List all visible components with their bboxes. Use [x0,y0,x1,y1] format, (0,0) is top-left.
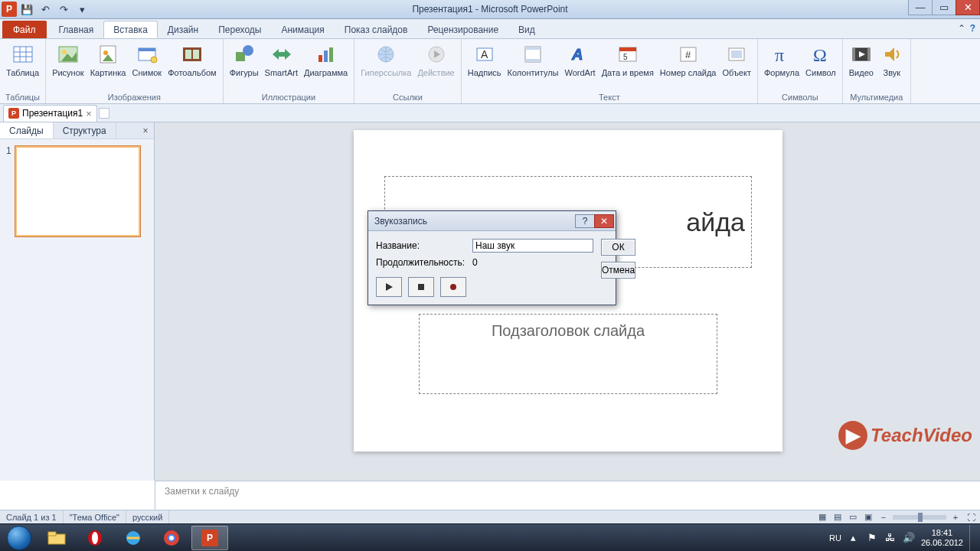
zoom-in-button[interactable]: + [949,512,962,523]
slides-panel: Слайды Структура × 1 [0,122,155,481]
symbol-button[interactable]: ΩСимвол [802,41,839,80]
chrome-taskbar-button[interactable] [153,526,190,550]
dialog-help-button[interactable]: ? [575,214,595,228]
record-button[interactable] [440,277,466,297]
sound-record-dialog: Звукозапись ? ✕ Название: Продолжительно… [368,210,616,305]
svg-point-48 [450,284,456,290]
tab-Вставка[interactable]: Вставка [103,21,158,38]
stop-button[interactable] [408,277,434,297]
qat-more-button[interactable]: ▾ [74,2,90,17]
duration-value: 0 [472,257,478,268]
headerfooter-button[interactable]: Колонтитулы [505,41,562,80]
help-button[interactable]: ? [970,23,975,34]
tray-chevron-icon[interactable]: ▴ [848,532,860,544]
album-button[interactable]: Фотоальбом [165,41,220,80]
ribbon-group-Символы: πФормулаΩСимволСимволы [758,39,843,103]
svg-rect-29 [525,47,541,50]
picture-button[interactable]: Рисунок [49,41,87,80]
ribbon-button-label: Фотоальбом [168,68,217,78]
close-document-icon[interactable]: × [86,108,92,119]
chart-button[interactable]: Диаграмма [301,41,351,80]
redo-button[interactable]: ↷ [55,2,72,17]
equation-button[interactable]: πФормула [761,41,802,80]
tab-Главная[interactable]: Главная [49,21,104,38]
svg-text:A: A [481,48,488,60]
volume-icon[interactable]: 🔊 [903,532,915,544]
table-button[interactable]: Таблица [3,41,42,80]
svg-point-6 [62,50,67,54]
save-button[interactable]: 💾 [18,2,35,17]
minimize-button[interactable]: — [908,0,933,15]
play-button[interactable] [376,277,402,297]
tab-Дизайн[interactable]: Дизайн [158,21,208,38]
sorter-view-button[interactable]: ▤ [831,512,844,523]
ok-button[interactable]: ОК [601,239,635,256]
ie-taskbar-button[interactable] [115,526,152,550]
outline-tab[interactable]: Структура [54,122,116,139]
slides-tab[interactable]: Слайды [0,122,54,139]
tab-Показ слайдов[interactable]: Показ слайдов [335,21,418,38]
name-input[interactable] [472,239,593,253]
slidenum-button[interactable]: #Номер слайда [657,41,720,80]
taskbar: P RU ▴ ⚑ 🖧 🔊 18:4126.06.2012 [0,523,980,551]
tab-Вид[interactable]: Вид [508,21,545,38]
ribbon-button-label: Рисунок [52,68,84,78]
ribbon-group-label: Мультимедиа [850,93,903,103]
normal-view-button[interactable]: ▦ [816,512,828,523]
action-center-icon[interactable]: ⚑ [866,532,878,544]
powerpoint-taskbar-button[interactable]: P [191,526,228,550]
smartart-button[interactable]: SmartArt [262,41,301,80]
network-icon[interactable]: 🖧 [884,532,897,544]
ribbon-minimize-button[interactable]: ⌃ [958,23,965,34]
ribbon-group-Текст: AНадписьКолонтитулыAWordArt5Дата и время… [462,39,758,103]
hyperlink-icon [374,42,398,67]
svg-rect-0 [14,47,32,62]
tab-Анимация[interactable]: Анимация [271,21,334,38]
file-tab[interactable]: Файл [2,21,47,38]
video-button[interactable]: Видео [846,41,877,80]
svg-marker-45 [885,47,894,61]
tab-Переходы[interactable]: Переходы [208,21,271,38]
zoom-out-button[interactable]: − [877,512,890,523]
shapes-button[interactable]: Фигуры [227,41,262,80]
tab-Рецензирование[interactable]: Рецензирование [417,21,508,38]
reading-view-button[interactable]: ▭ [847,512,859,523]
notes-pane[interactable]: Заметки к слайду [155,481,980,510]
show-desktop-button[interactable] [969,525,975,551]
ribbon-group-label: Изображения [108,93,161,103]
maximize-button[interactable]: ▭ [932,0,956,15]
object-button[interactable]: Объект [720,41,754,80]
dialog-close-button[interactable]: ✕ [594,214,614,228]
slideshow-button[interactable]: ▣ [862,512,874,523]
subtitle-placeholder[interactable]: Подзаголовок слайда [419,314,717,394]
clip-button[interactable]: Картинка [87,41,129,80]
system-tray: RU ▴ ⚑ 🖧 🔊 18:4126.06.2012 [829,525,980,551]
svg-marker-19 [273,49,291,60]
textbox-button[interactable]: AНадпись [465,41,505,80]
close-panel-icon[interactable]: × [137,122,154,139]
object-icon [724,42,749,67]
window-title: Презентация1 - Microsoft PowerPoint [412,4,567,15]
screenshot-button[interactable]: Снимок [129,41,165,80]
wordart-button[interactable]: AWordArt [562,41,599,80]
input-language[interactable]: RU [829,533,841,543]
clock[interactable]: 18:4126.06.2012 [921,528,963,547]
dialog-title-bar[interactable]: Звукозапись ? ✕ [368,211,616,231]
audio-button[interactable]: Звук [877,41,907,80]
svg-rect-44 [867,48,870,60]
ribbon-group-Мультимедиа: ВидеоЗвукМультимедиа [843,39,911,103]
language-indicator[interactable]: русский [126,510,169,523]
zoom-slider[interactable] [893,515,946,520]
fit-button[interactable]: ⛶ [965,512,977,523]
datetime-button[interactable]: 5Дата и время [599,41,657,80]
document-tab[interactable]: P Презентация1 × [3,105,97,122]
ribbon-group-label: Таблицы [5,93,40,103]
undo-button[interactable]: ↶ [37,2,54,17]
slide-thumbnail[interactable]: 1 [6,145,148,237]
start-button[interactable] [2,525,37,551]
opera-taskbar-button[interactable] [77,526,113,550]
cancel-button[interactable]: Отмена [601,262,635,279]
new-document-button[interactable] [99,108,109,119]
explorer-taskbar-button[interactable] [38,526,75,550]
close-button[interactable]: ✕ [956,0,980,15]
